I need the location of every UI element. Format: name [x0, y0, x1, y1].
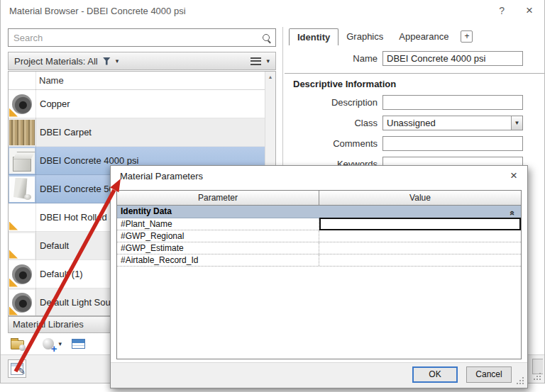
column-header-parameter[interactable]: Parameter [117, 191, 319, 205]
help-icon[interactable]: ? [499, 5, 505, 16]
editor-tab[interactable]: Identity [289, 28, 338, 45]
column-header-value[interactable]: Value [319, 191, 521, 205]
editor-tab[interactable]: Graphics [338, 28, 391, 45]
column-divider [35, 72, 36, 315]
editor-tab[interactable]: Appearance [391, 28, 456, 45]
chevron-down-icon: ▾ [266, 57, 270, 65]
search-icon [263, 34, 270, 42]
material-thumbnail-icon [9, 120, 35, 145]
material-name: DBEI Carpet [40, 127, 92, 138]
table-row: #Plant_Name [117, 218, 521, 230]
group-header-identity-data[interactable]: Identity Data « [117, 206, 521, 218]
search-placeholder: Search [13, 33, 263, 43]
table-row: #Airtable_Record_Id [117, 254, 521, 267]
name-label: Name [285, 53, 382, 64]
material-thumbnail-icon [9, 205, 35, 230]
add-tab-button[interactable]: + [461, 30, 473, 43]
field-row: Description ▼ [285, 95, 544, 110]
value-cell[interactable] [319, 218, 522, 230]
material-editor-toggle-button[interactable] [8, 359, 26, 378]
material-name: DBEI Concrete 4000 psi [40, 155, 138, 166]
material-thumbnail-icon [9, 148, 35, 174]
material-thumbnail-icon [9, 262, 35, 287]
project-materials-dropdown[interactable]: Project Materials: All ▾ ▾ [8, 52, 276, 70]
parameter-cell[interactable]: #GWP_Regional [117, 230, 319, 242]
hidden-footer-button-edge[interactable] [532, 359, 543, 374]
chevron-down-icon: ▾ [29, 340, 33, 347]
parameter-rows: #Plant_Name #GWP_Regional #GWP_Estimate … [117, 218, 521, 267]
field-label: Comments [285, 138, 382, 149]
field-label: Class [285, 118, 382, 128]
filter-label: Project Materials: All [14, 56, 98, 67]
table-header: Parameter Value [117, 191, 521, 206]
titlebar[interactable]: Material Browser - DBEI Concrete 4000 ps… [1, 0, 544, 21]
dialog-footer: OK Cancel [111, 362, 527, 388]
material-name: Copper [40, 99, 70, 109]
field-row: Comments ▼ [285, 136, 544, 151]
close-icon[interactable]: × [526, 4, 533, 18]
material-thumbnail-icon [9, 91, 35, 117]
list-item[interactable]: DBEI Carpet [9, 118, 275, 147]
parameter-cell[interactable]: #Airtable_Record_Id [117, 254, 319, 266]
cancel-button[interactable]: Cancel [466, 366, 512, 383]
chevron-down-icon: ▾ [59, 340, 62, 347]
material-name: Default [40, 240, 69, 251]
field-value: Unassigned [387, 118, 436, 128]
name-row: Name DBEI Concrete 4000 psi [285, 51, 544, 66]
value-cell[interactable] [319, 242, 522, 254]
filter-funnel-icon [103, 57, 111, 65]
window-resize-grip[interactable] [539, 379, 541, 380]
create-library-globe-icon [43, 338, 54, 349]
open-library-folder-icon [11, 340, 24, 349]
view-options-button[interactable]: ▾ [251, 57, 270, 65]
table-row: #GWP_Estimate [117, 242, 521, 254]
ok-button[interactable]: OK [412, 366, 458, 383]
material-editor-pane: IdentityGraphicsAppearance + Name DBEI C… [285, 28, 544, 172]
window-title: Material Browser - DBEI Concrete 4000 ps… [9, 6, 186, 16]
field-input[interactable]: ▼ [382, 95, 523, 110]
material-name: Default (1) [40, 269, 83, 279]
group-header-label: Identity Data [121, 206, 172, 216]
parameters-table: Parameter Value Identity Data « #Plant_N… [116, 190, 522, 359]
scroll-up-icon[interactable]: ▲ [265, 72, 275, 82]
material-parameters-dialog: Material Parameters × Parameter Value Id… [110, 165, 528, 388]
material-thumbnail-icon [9, 290, 35, 315]
field-label: Description [285, 97, 382, 108]
field-row: Class Unassigned ▼ [285, 116, 544, 130]
value-cell[interactable] [319, 230, 522, 242]
name-field[interactable]: DBEI Concrete 4000 psi [382, 51, 523, 66]
material-thumbnail-icon [9, 233, 35, 259]
parameter-cell[interactable]: #Plant_Name [117, 218, 319, 230]
dialog-close-icon[interactable]: × [510, 169, 517, 183]
value-cell[interactable] [319, 254, 522, 266]
tab-strip: IdentityGraphicsAppearance [289, 28, 456, 45]
library-list-view-icon [72, 339, 85, 349]
editor-tabs: IdentityGraphicsAppearance + [289, 28, 544, 45]
dialog-title: Material Parameters [120, 171, 203, 181]
separator [285, 73, 544, 74]
dialog-resize-grip[interactable] [522, 383, 524, 384]
dropdown-button[interactable]: ▼ [511, 116, 523, 130]
search-input[interactable]: Search [8, 28, 276, 47]
create-library-button[interactable]: ▾ [43, 338, 62, 349]
descriptive-fields: Description ▼ Class Unassigned ▼ Comment… [285, 95, 544, 172]
parameter-cell[interactable]: #GWP_Estimate [117, 242, 319, 254]
open-library-button[interactable]: ▾ [11, 338, 33, 349]
table-row: #GWP_Regional [117, 230, 521, 242]
list-view-icon [251, 57, 261, 65]
field-input[interactable]: ▼ [382, 136, 523, 151]
chevron-down-icon: ▾ [116, 57, 119, 65]
list-header-name[interactable]: Name [9, 72, 275, 90]
collapse-chevrons-up-icon[interactable]: « [506, 211, 518, 215]
section-title: Descriptive Information [293, 79, 544, 89]
list-item[interactable]: Copper [9, 90, 275, 118]
material-thumbnail-icon [9, 177, 35, 202]
library-view-button[interactable] [72, 339, 85, 349]
field-input[interactable]: Unassigned ▼ [382, 116, 523, 130]
